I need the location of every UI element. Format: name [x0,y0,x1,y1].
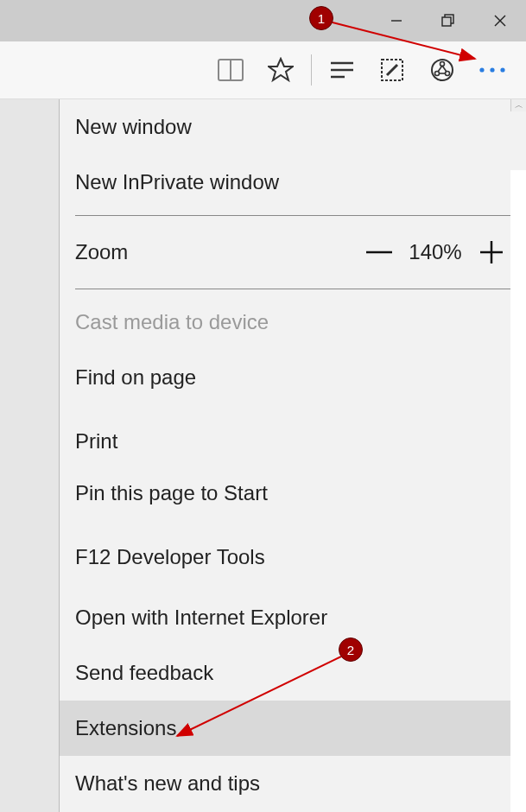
menu-extensions[interactable]: Extensions [60,701,526,756]
svg-point-21 [490,67,494,72]
svg-line-17 [438,66,442,72]
menu-pin-to-start[interactable]: Pin this page to Start [60,469,526,521]
share-icon[interactable] [417,48,467,92]
svg-point-22 [500,67,504,72]
web-notes-icon[interactable] [367,48,417,92]
restore-button[interactable] [422,0,474,41]
content-area: ︿ New window New InPrivate window Zoom 1… [0,99,526,812]
menu-new-inprivate[interactable]: New InPrivate window [60,155,526,210]
window-titlebar [0,0,526,41]
svg-marker-7 [269,59,293,80]
menu-cast-media: Cast media to device [60,295,526,350]
svg-line-18 [442,66,447,72]
svg-line-12 [387,65,397,75]
close-button[interactable] [474,0,526,41]
minimize-button[interactable] [371,0,422,41]
menu-open-ie[interactable]: Open with Internet Explorer [60,585,526,645]
svg-point-14 [440,62,445,67]
svg-point-13 [432,60,453,80]
annotation-callout-2: 2 [339,638,363,662]
scroll-up-button[interactable]: ︿ [510,99,526,111]
toolbar-divider [311,54,312,86]
svg-point-20 [479,67,484,72]
reading-view-icon[interactable] [206,48,256,92]
zoom-label: Zoom [75,240,360,264]
zoom-value: 140% [398,240,472,264]
menu-devtools[interactable]: F12 Developer Tools [60,521,526,585]
menu-whats-new[interactable]: What's new and tips [60,756,526,811]
menu-separator [75,289,510,289]
hub-icon[interactable] [317,48,367,92]
browser-toolbar [0,41,526,99]
annotation-callout-1: 1 [309,6,333,30]
more-menu: ︿ New window New InPrivate window Zoom 1… [59,99,526,812]
menu-print[interactable]: Print [60,405,526,469]
zoom-out-button[interactable] [360,233,398,271]
zoom-in-button[interactable] [472,233,510,271]
favorites-star-icon[interactable] [256,48,306,92]
svg-rect-2 [442,17,451,26]
menu-send-feedback[interactable]: Send feedback [60,645,526,701]
menu-zoom-row: Zoom 140% [60,221,526,283]
menu-find-on-page[interactable]: Find on page [60,350,526,405]
menu-new-window[interactable]: New window [60,99,526,155]
scrollbar-thumb[interactable] [510,170,526,812]
menu-separator [75,215,510,216]
more-button[interactable] [467,48,517,92]
